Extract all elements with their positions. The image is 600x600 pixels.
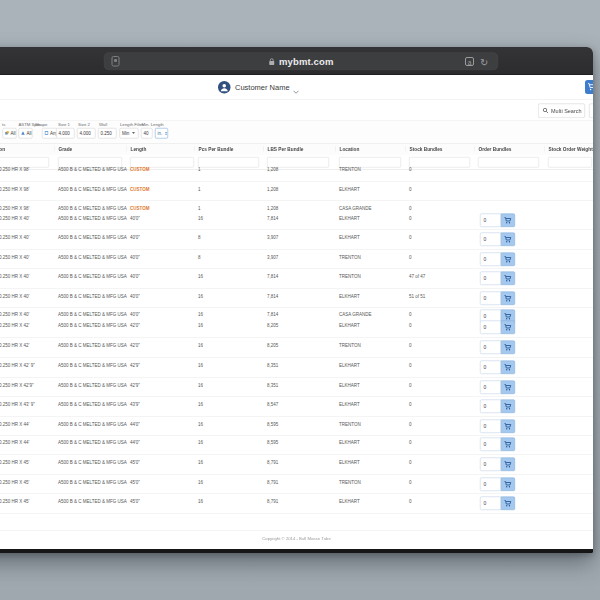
grade-cell: A500 B & C MELTED & MFG USA [58,255,127,260]
refresh-icon[interactable]: ↻ [480,57,488,68]
col-order-bundles[interactable]: Order Bundles [474,146,512,152]
clear-filters-button[interactable]: Clear Filters [589,104,593,119]
add-to-cart-button[interactable] [501,341,515,355]
stock-bundles-cell: 0 [409,383,412,388]
address-bar[interactable]: mybmt.com a↻ [104,53,498,71]
stock-bundles-cell: 0 [409,235,412,240]
order-bundles-control: 0 [480,321,515,335]
size1-input[interactable]: 4.000 [56,128,75,139]
cart-icon [504,236,512,243]
order-qty-input[interactable]: 0 [480,214,501,228]
location-cell: ELKHART [339,187,360,192]
filter-select-astm[interactable]: All [19,128,33,139]
chevron-down-icon[interactable] [293,87,299,96]
description-cell: 4.000 X 4.000 X 0.250 HR X 45' [0,499,29,504]
filter-label: ts [2,122,5,127]
col-lbs-per-bundle[interactable]: LBS Per Bundle [263,146,303,152]
length-cell: 44'0" [130,440,140,445]
length-cell: 42'0" [130,323,140,328]
col-description[interactable]: Description [0,146,5,152]
grade-cell: A500 B & C MELTED & MFG USA [58,460,127,465]
table-row: 4.000 X 4.000 X 0.250 HR X 98'A500 B & C… [0,186,593,197]
length-cell: 42'9" [130,383,140,388]
location-cell: ELKHART [339,402,360,407]
order-qty-input[interactable]: 0 [480,253,501,267]
col-location[interactable]: Location [335,146,359,152]
pcs-per-bundle-cell: 16 [198,402,203,407]
length-cell: 40'0" [130,235,140,240]
table-row: 4.000 X 4.000 X 0.250 HR X 40'A500 B & C… [0,234,593,245]
add-to-cart-button[interactable] [501,420,515,434]
row-separator [0,494,593,495]
stock-bundles-cell: 0 [409,343,412,348]
col-length[interactable]: Length [126,146,146,152]
table-row: 4.000 X 4.000 X 0.250 HR X 45'A500 B & C… [0,479,593,490]
grade-cell: A500 B & C MELTED & MFG USA [58,343,127,348]
order-qty-input[interactable]: 0 [480,233,501,247]
add-to-cart-button[interactable] [501,233,515,247]
order-qty-input[interactable]: 0 [480,341,501,355]
order-qty-input[interactable]: 0 [480,478,501,492]
add-to-cart-button[interactable] [501,361,515,375]
description-cell: 4.000 X 4.000 X 0.250 HR X 98' [0,206,29,211]
order-qty-input[interactable]: 0 [480,438,501,452]
order-qty-input[interactable]: 0 [480,292,501,306]
order-qty-input[interactable]: 0 [480,458,501,472]
order-qty-input[interactable]: 0 [480,272,501,286]
add-to-cart-button[interactable] [501,478,515,492]
size2-input[interactable]: 4.000 [77,128,96,139]
add-to-cart-button[interactable] [501,497,515,511]
badge-a-icon[interactable]: a [465,57,474,66]
lbs-per-bundle-cell: 8,351 [267,383,278,388]
row-separator [0,269,593,270]
filter-select-shape[interactable]: Any [42,128,57,139]
order-qty-input[interactable]: 0 [480,420,501,434]
row-separator [0,397,593,398]
add-to-cart-button[interactable] [501,321,515,335]
customer-name-menu[interactable]: Customer Name [235,83,290,92]
add-to-cart-button[interactable] [501,400,515,414]
header-cart-button[interactable] [585,80,593,94]
min-length-input[interactable]: 40 [141,128,153,139]
wall-input[interactable]: 0.250 [98,128,117,139]
min-length-unit-stepper[interactable]: in.⇕ [155,128,168,139]
order-bundles-control: 0 [480,292,515,306]
location-cell: ELKHART [339,294,360,299]
stock-bundles-cell: 0 [409,363,412,368]
add-to-cart-button[interactable] [501,272,515,286]
lbs-per-bundle-cell: 3,907 [267,255,278,260]
filter-label: Length Filter [120,122,144,127]
stock-bundles-cell: 51 of 51 [409,294,425,299]
search-icon [543,108,549,114]
length-filter-dropdown[interactable]: Min [120,128,139,139]
pcs-per-bundle-cell: 16 [198,312,203,317]
order-qty-input[interactable]: 0 [480,321,501,335]
add-to-cart-button[interactable] [501,458,515,472]
col-stock-order-weight[interactable]: Stock Order Weight [544,146,593,152]
add-to-cart-button[interactable] [501,438,515,452]
col-pcs-per-bundle[interactable]: Pcs Per Bundle [194,146,233,152]
col-stock-bundles[interactable]: Stock Bundles [405,146,443,152]
lbs-per-bundle-cell: 8,595 [267,422,278,427]
table-row: 4.000 X 4.000 X 0.250 HR X 43' 9"A500 B … [0,401,593,412]
add-to-cart-button[interactable] [501,381,515,395]
user-circle-icon[interactable] [218,81,231,94]
table-row: 4.000 X 4.000 X 0.250 HR X 42'A500 B & C… [0,342,593,353]
toolbar: Multi Search Clear Filters [0,100,593,121]
order-qty-input[interactable]: 0 [480,400,501,414]
multi-search-button[interactable]: Multi Search [538,104,585,119]
order-qty-input[interactable]: 0 [480,497,501,511]
filter-select-1[interactable]: All [3,128,17,139]
lbs-per-bundle-cell: 8,547 [267,402,278,407]
add-to-cart-button[interactable] [501,292,515,306]
table-row: 4.000 X 4.000 X 0.250 HR X 45'A500 B & C… [0,459,593,470]
order-bundles-control: 0 [480,458,515,472]
order-qty-input[interactable]: 0 [480,381,501,395]
add-to-cart-button[interactable] [501,253,515,267]
table-row: 4.000 X 4.000 X 0.250 HR X 40'A500 B & C… [0,293,593,304]
description-cell: 4.000 X 4.000 X 0.250 HR X 42' 9" [0,363,35,368]
add-to-cart-button[interactable] [501,214,515,228]
col-grade[interactable]: Grade [54,146,72,152]
order-bundles-control: 0 [480,438,515,452]
order-qty-input[interactable]: 0 [480,361,501,375]
